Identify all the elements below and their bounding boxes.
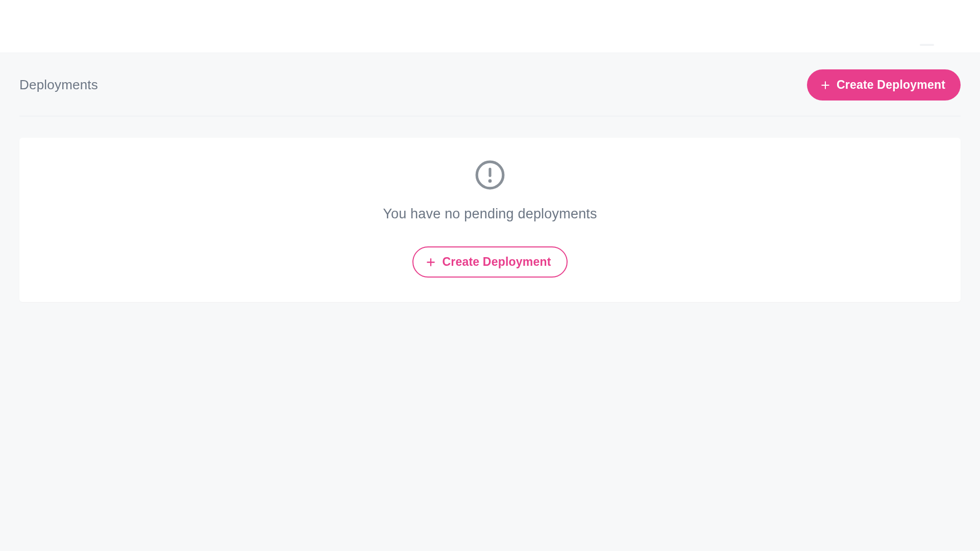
top-header-spacer xyxy=(0,0,980,53)
create-deployment-button-secondary[interactable]: Create Deployment xyxy=(412,246,567,278)
page-title: Deployments xyxy=(19,77,98,93)
page-body: Deployments Create Deployment You have n… xyxy=(0,53,980,551)
empty-state-message: You have no pending deployments xyxy=(383,206,597,222)
create-deployment-button[interactable]: Create Deployment xyxy=(807,69,961,101)
svg-rect-3 xyxy=(488,168,491,177)
plus-icon xyxy=(820,80,830,90)
plus-icon xyxy=(426,257,436,267)
create-deployment-button-label: Create Deployment xyxy=(837,78,945,92)
header-decor xyxy=(920,44,934,46)
alert-circle-icon xyxy=(474,159,506,191)
empty-state-card: You have no pending deployments Create D… xyxy=(19,138,961,302)
create-deployment-button-secondary-label: Create Deployment xyxy=(442,255,551,269)
svg-point-4 xyxy=(488,179,492,183)
page-header-row: Deployments Create Deployment xyxy=(19,53,961,116)
